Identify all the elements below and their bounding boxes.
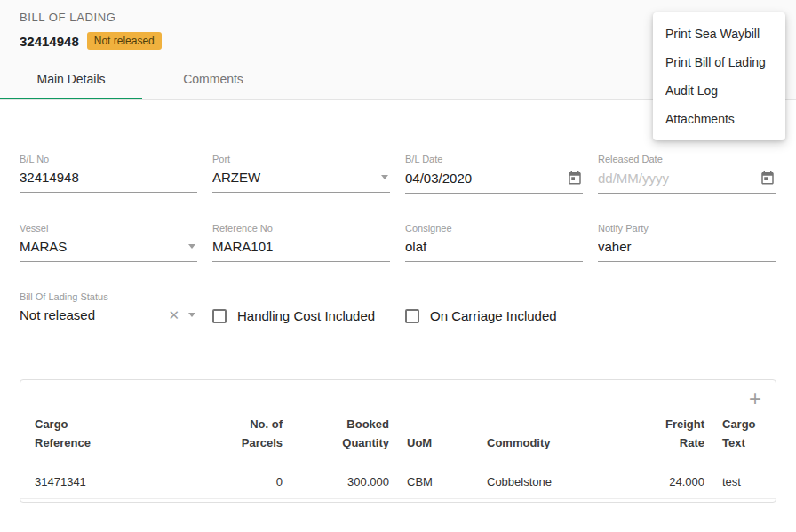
vessel-label: Vessel	[20, 223, 197, 234]
reference-no-label: Reference No	[212, 223, 390, 234]
port-label: Port	[212, 154, 390, 164]
document-number: 32414948	[20, 34, 79, 49]
cell-booked-quantity: 300.000	[291, 465, 398, 498]
calendar-icon[interactable]	[567, 170, 583, 186]
menu-item-print-bill-of-lading[interactable]: Print Bill of Lading	[653, 48, 785, 76]
port-field: Port ARZEW	[212, 154, 390, 194]
tab-main-details[interactable]: Main Details	[0, 61, 142, 99]
released-date-field: Released Date dd/MM/yyyy	[598, 154, 776, 194]
cargo-card: + Cargo Reference No. of Parcels Booked …	[20, 379, 776, 503]
col-uom: UoM	[398, 410, 478, 465]
bl-no-field: B/L No 32414948	[20, 154, 197, 194]
col-cargo-text: Cargo Text	[713, 410, 776, 465]
clear-icon[interactable]: ✕	[168, 308, 179, 322]
chevron-down-icon[interactable]	[188, 244, 195, 249]
menu-item-audit-log[interactable]: Audit Log	[653, 76, 785, 105]
bl-date-field: B/L Date 04/03/2020	[405, 154, 583, 194]
bl-no-label: B/L No	[20, 154, 197, 164]
notify-party-label: Notify Party	[598, 223, 776, 234]
vessel-select[interactable]: MARAS	[20, 239, 197, 262]
cell-uom: CBM	[398, 465, 478, 498]
reference-no-input[interactable]: MARA101	[212, 239, 390, 262]
chevron-down-icon[interactable]	[381, 175, 388, 179]
bl-no-input[interactable]: 32414948	[20, 170, 197, 193]
bl-date-input[interactable]: 04/03/2020	[405, 170, 583, 194]
handling-cost-label: Handling Cost Included	[237, 308, 375, 323]
col-booked-quantity: Booked Quantity	[291, 410, 398, 465]
cell-cargo-reference: 31471341	[20, 465, 198, 498]
on-carriage-checkbox[interactable]	[405, 309, 419, 323]
handling-cost-checkbox[interactable]	[212, 309, 227, 323]
released-date-input[interactable]: dd/MM/yyyy	[598, 170, 776, 194]
chevron-down-icon[interactable]	[188, 313, 195, 317]
reference-no-field: Reference No MARA101	[212, 223, 390, 262]
handling-cost-checkbox-row: Handling Cost Included	[212, 291, 390, 323]
released-date-placeholder: dd/MM/yyyy	[598, 171, 754, 186]
menu-item-print-sea-waybill[interactable]: Print Sea Waybill	[653, 20, 785, 48]
bl-date-label: B/L Date	[405, 154, 583, 164]
cargo-table: Cargo Reference No. of Parcels Booked Qu…	[20, 410, 776, 499]
consignee-label: Consignee	[405, 223, 583, 234]
cargo-table-header-row: Cargo Reference No. of Parcels Booked Qu…	[20, 410, 776, 465]
col-cargo-reference: Cargo Reference	[20, 410, 198, 465]
col-commodity: Commodity	[478, 410, 620, 465]
menu-item-attachments[interactable]: Attachments	[653, 105, 785, 133]
cargo-table-row[interactable]: 31471341 0 300.000 CBM Cobbelstone 24.00…	[20, 465, 776, 498]
bl-status-label: Bill Of Lading Status	[20, 291, 197, 302]
on-carriage-checkbox-row: On Carriage Included	[405, 291, 583, 323]
bill-of-lading-page: BILL OF LADING 32414948 Not released Mai…	[0, 0, 796, 532]
col-no-of-parcels: No. of Parcels	[198, 410, 291, 465]
cell-cargo-text: test	[713, 465, 776, 498]
consignee-field: Consignee olaf	[405, 223, 583, 262]
calendar-icon[interactable]	[760, 170, 776, 186]
vessel-field: Vessel MARAS	[20, 223, 197, 262]
released-date-label: Released Date	[598, 154, 776, 164]
on-carriage-label: On Carriage Included	[430, 308, 557, 323]
cell-freight-rate: 24.000	[620, 465, 713, 498]
port-select[interactable]: ARZEW	[212, 170, 390, 193]
notify-party-input[interactable]: vaher	[598, 239, 776, 262]
consignee-input[interactable]: olaf	[405, 239, 583, 262]
add-cargo-row-button[interactable]: +	[749, 389, 761, 409]
cell-commodity: Cobbelstone	[478, 465, 620, 498]
actions-dropdown-menu: Print Sea Waybill Print Bill of Lading A…	[653, 12, 785, 140]
cell-no-of-parcels: 0	[198, 465, 291, 498]
bl-status-field: Bill Of Lading Status Not released ✕	[20, 291, 197, 330]
notify-party-field: Notify Party vaher	[598, 223, 776, 262]
status-badge: Not released	[87, 32, 162, 50]
bl-status-select[interactable]: Not released ✕	[20, 307, 197, 330]
main-details-form: B/L No 32414948 Port ARZEW B/L Date 04/0…	[0, 154, 796, 330]
tab-comments[interactable]: Comments	[142, 61, 284, 99]
col-freight-rate: Freight Rate	[620, 410, 713, 465]
